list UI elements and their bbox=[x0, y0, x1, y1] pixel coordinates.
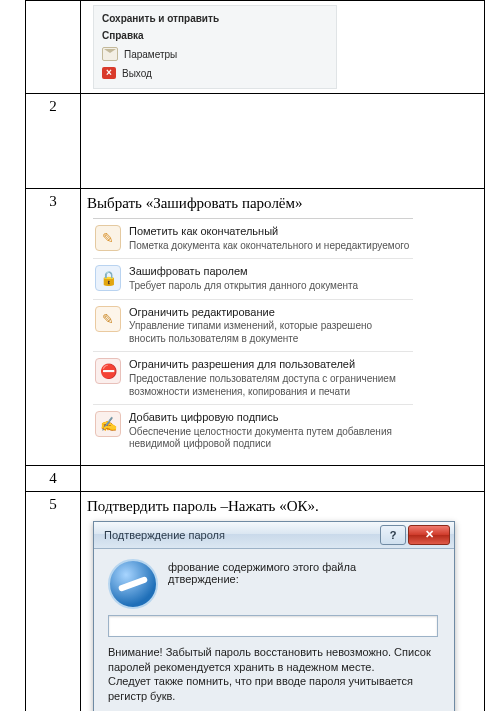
confirm-password-dialog: Подтверждение пароля ? ✕ фрование содерж… bbox=[93, 521, 455, 711]
close-button[interactable]: ✕ bbox=[408, 525, 450, 545]
dialog-caption: Подтверждение пароля bbox=[104, 529, 225, 541]
protect-document-list: ✎ Пометить как окончательный Пометка док… bbox=[93, 218, 413, 457]
key-icon bbox=[108, 559, 158, 609]
restrict-edit-icon: ✎ bbox=[95, 306, 121, 332]
dialog-titlebar: Подтверждение пароля ? ✕ bbox=[94, 522, 454, 549]
close-icon: × bbox=[102, 67, 116, 79]
protect-item-encrypt[interactable]: 🔒 Зашифровать паролем Требует пароль для… bbox=[93, 259, 413, 299]
protect-item-mark-final[interactable]: ✎ Пометить как окончательный Пометка док… bbox=[93, 219, 413, 259]
dialog-line1: фрование содержимого этого файла bbox=[168, 561, 438, 573]
office-file-menu: Сохранить и отправить Справка Параметры … bbox=[93, 5, 337, 89]
row1-content: Сохранить и отправить Справка Параметры … bbox=[81, 1, 485, 94]
dialog-warning1: Внимание! Забытый пароль восстановить не… bbox=[108, 646, 431, 673]
item-title: Ограничить редактирование bbox=[129, 306, 411, 320]
item-title: Зашифровать паролем bbox=[129, 265, 411, 279]
lock-icon: 🔒 bbox=[95, 265, 121, 291]
menu-item-options[interactable]: Параметры bbox=[100, 44, 330, 64]
item-title: Пометить как окончательный bbox=[129, 225, 411, 239]
row4-num: 4 bbox=[26, 465, 81, 491]
restrict-perms-icon: ⛔ bbox=[95, 358, 121, 384]
row5-title: Подтвердить пароль –Нажать «ОК». bbox=[87, 498, 478, 515]
row1-num-cell bbox=[26, 1, 81, 94]
menu-label: Выход bbox=[122, 68, 152, 79]
instruction-table: Сохранить и отправить Справка Параметры … bbox=[25, 0, 485, 711]
password-confirm-input[interactable] bbox=[108, 615, 438, 637]
item-desc: Обеспечение целостности документа путем … bbox=[129, 426, 392, 450]
menu-label: Параметры bbox=[124, 49, 177, 60]
row2-content bbox=[81, 94, 485, 189]
item-desc: Управление типами изменений, которые раз… bbox=[129, 320, 372, 344]
menu-item-save-send[interactable]: Сохранить и отправить bbox=[100, 10, 330, 27]
row3-title: Выбрать «Зашифровать паролём» bbox=[87, 195, 478, 212]
protect-item-signature[interactable]: ✍ Добавить цифровую подпись Обеспечение … bbox=[93, 405, 413, 457]
protect-item-restrict-edit[interactable]: ✎ Ограничить редактирование Управление т… bbox=[93, 300, 413, 353]
menu-item-exit[interactable]: × Выход bbox=[100, 64, 330, 82]
menu-item-help[interactable]: Справка bbox=[100, 27, 330, 44]
row5-content: Подтвердить пароль –Нажать «ОК». Подтвер… bbox=[81, 491, 485, 711]
dialog-line2: дтверждение: bbox=[168, 573, 438, 585]
dialog-warning2: Следует также помнить, что при вводе пар… bbox=[108, 675, 413, 702]
options-icon bbox=[102, 47, 118, 61]
row3-content: Выбрать «Зашифровать паролём» ✎ Пометить… bbox=[81, 189, 485, 466]
menu-label: Справка bbox=[102, 30, 144, 41]
row3-num: 3 bbox=[26, 189, 81, 466]
help-button[interactable]: ? bbox=[380, 525, 406, 545]
signature-icon: ✍ bbox=[95, 411, 121, 437]
row4-content bbox=[81, 465, 485, 491]
mark-final-icon: ✎ bbox=[95, 225, 121, 251]
protect-item-restrict-perms[interactable]: ⛔ Ограничить разрешения для пользователе… bbox=[93, 352, 413, 405]
item-desc: Предоставление пользователям доступа с о… bbox=[129, 373, 396, 397]
row2-num: 2 bbox=[26, 94, 81, 189]
item-desc: Требует пароль для открытия данного доку… bbox=[129, 280, 358, 291]
menu-label: Сохранить и отправить bbox=[102, 13, 219, 24]
item-title: Ограничить разрешения для пользователей bbox=[129, 358, 411, 372]
item-desc: Пометка документа как окончательного и н… bbox=[129, 240, 409, 251]
row5-num: 5 bbox=[26, 491, 81, 711]
item-title: Добавить цифровую подпись bbox=[129, 411, 411, 425]
